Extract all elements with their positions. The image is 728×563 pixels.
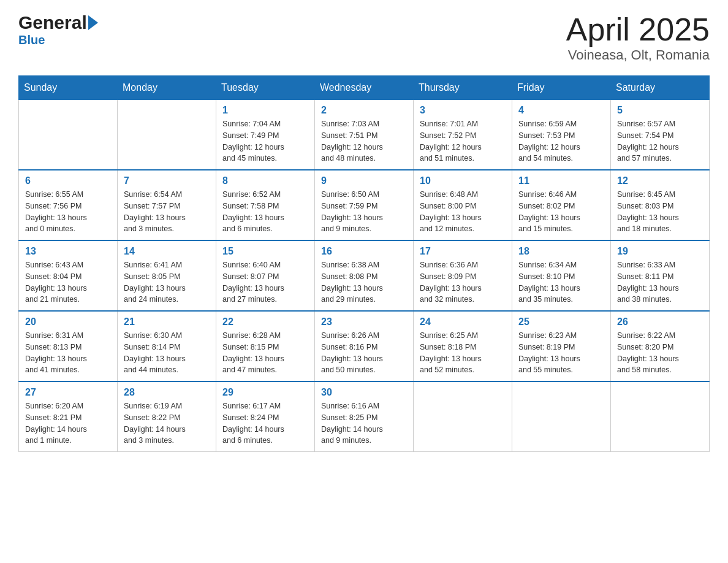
day-info: Sunrise: 7:01 AM Sunset: 7:52 PM Dayligh… bbox=[420, 118, 506, 164]
table-row: 5Sunrise: 6:57 AM Sunset: 7:54 PM Daylig… bbox=[611, 100, 710, 170]
table-row: 21Sunrise: 6:30 AM Sunset: 8:14 PM Dayli… bbox=[118, 311, 216, 381]
day-number: 27 bbox=[25, 387, 111, 398]
day-number: 14 bbox=[124, 246, 210, 257]
table-row bbox=[611, 381, 710, 452]
logo-triangle-icon bbox=[88, 15, 98, 30]
col-tuesday: Tuesday bbox=[216, 76, 315, 100]
day-number: 10 bbox=[420, 175, 506, 186]
day-number: 20 bbox=[25, 316, 111, 327]
day-number: 30 bbox=[321, 387, 407, 398]
day-info: Sunrise: 7:03 AM Sunset: 7:51 PM Dayligh… bbox=[321, 118, 407, 164]
day-number: 13 bbox=[25, 246, 111, 257]
day-info: Sunrise: 6:33 AM Sunset: 8:11 PM Dayligh… bbox=[617, 259, 703, 305]
table-row bbox=[118, 100, 216, 170]
day-number: 22 bbox=[222, 316, 308, 327]
table-row: 8Sunrise: 6:52 AM Sunset: 7:58 PM Daylig… bbox=[216, 170, 315, 240]
day-number: 15 bbox=[222, 246, 308, 257]
logo-blue: Blue bbox=[18, 33, 45, 47]
day-info: Sunrise: 6:52 AM Sunset: 7:58 PM Dayligh… bbox=[222, 189, 308, 235]
day-info: Sunrise: 6:30 AM Sunset: 8:14 PM Dayligh… bbox=[124, 330, 210, 376]
table-row: 13Sunrise: 6:43 AM Sunset: 8:04 PM Dayli… bbox=[19, 240, 118, 311]
day-number: 21 bbox=[124, 316, 210, 327]
day-info: Sunrise: 7:04 AM Sunset: 7:49 PM Dayligh… bbox=[222, 118, 308, 164]
title-block: April 2025 Voineasa, Olt, Romania bbox=[566, 12, 710, 63]
col-sunday: Sunday bbox=[19, 76, 118, 100]
day-number: 11 bbox=[518, 175, 604, 186]
day-number: 17 bbox=[420, 246, 506, 257]
day-number: 23 bbox=[321, 316, 407, 327]
table-row: 9Sunrise: 6:50 AM Sunset: 7:59 PM Daylig… bbox=[315, 170, 414, 240]
day-number: 29 bbox=[222, 387, 308, 398]
table-row: 18Sunrise: 6:34 AM Sunset: 8:10 PM Dayli… bbox=[512, 240, 611, 311]
table-row: 4Sunrise: 6:59 AM Sunset: 7:53 PM Daylig… bbox=[512, 100, 611, 170]
day-info: Sunrise: 6:16 AM Sunset: 8:25 PM Dayligh… bbox=[321, 400, 407, 446]
table-row: 30Sunrise: 6:16 AM Sunset: 8:25 PM Dayli… bbox=[315, 381, 414, 452]
day-info: Sunrise: 6:43 AM Sunset: 8:04 PM Dayligh… bbox=[25, 259, 111, 305]
col-saturday: Saturday bbox=[611, 76, 710, 100]
table-row: 15Sunrise: 6:40 AM Sunset: 8:07 PM Dayli… bbox=[216, 240, 315, 311]
table-row: 14Sunrise: 6:41 AM Sunset: 8:05 PM Dayli… bbox=[118, 240, 216, 311]
day-info: Sunrise: 6:59 AM Sunset: 7:53 PM Dayligh… bbox=[518, 118, 604, 164]
day-number: 6 bbox=[25, 175, 111, 186]
calendar-title: April 2025 bbox=[566, 12, 710, 47]
day-number: 1 bbox=[222, 105, 308, 116]
table-row: 17Sunrise: 6:36 AM Sunset: 8:09 PM Dayli… bbox=[414, 240, 512, 311]
day-info: Sunrise: 6:41 AM Sunset: 8:05 PM Dayligh… bbox=[124, 259, 210, 305]
day-info: Sunrise: 6:34 AM Sunset: 8:10 PM Dayligh… bbox=[518, 259, 604, 305]
day-number: 9 bbox=[321, 175, 407, 186]
day-number: 2 bbox=[321, 105, 407, 116]
day-info: Sunrise: 6:22 AM Sunset: 8:20 PM Dayligh… bbox=[617, 330, 703, 376]
calendar-week-row: 20Sunrise: 6:31 AM Sunset: 8:13 PM Dayli… bbox=[19, 311, 710, 381]
day-number: 3 bbox=[420, 105, 506, 116]
table-row: 29Sunrise: 6:17 AM Sunset: 8:24 PM Dayli… bbox=[216, 381, 315, 452]
table-row: 24Sunrise: 6:25 AM Sunset: 8:18 PM Dayli… bbox=[414, 311, 512, 381]
table-row: 25Sunrise: 6:23 AM Sunset: 8:19 PM Dayli… bbox=[512, 311, 611, 381]
day-number: 26 bbox=[617, 316, 703, 327]
day-number: 19 bbox=[617, 246, 703, 257]
logo-general: General bbox=[18, 12, 87, 33]
table-row: 19Sunrise: 6:33 AM Sunset: 8:11 PM Dayli… bbox=[611, 240, 710, 311]
col-wednesday: Wednesday bbox=[315, 76, 414, 100]
table-row: 28Sunrise: 6:19 AM Sunset: 8:22 PM Dayli… bbox=[118, 381, 216, 452]
day-info: Sunrise: 6:50 AM Sunset: 7:59 PM Dayligh… bbox=[321, 189, 407, 235]
day-info: Sunrise: 6:36 AM Sunset: 8:09 PM Dayligh… bbox=[420, 259, 506, 305]
logo: General Blue bbox=[18, 12, 98, 47]
day-info: Sunrise: 6:38 AM Sunset: 8:08 PM Dayligh… bbox=[321, 259, 407, 305]
day-number: 25 bbox=[518, 316, 604, 327]
day-info: Sunrise: 6:19 AM Sunset: 8:22 PM Dayligh… bbox=[124, 400, 210, 446]
table-row: 2Sunrise: 7:03 AM Sunset: 7:51 PM Daylig… bbox=[315, 100, 414, 170]
table-row: 22Sunrise: 6:28 AM Sunset: 8:15 PM Dayli… bbox=[216, 311, 315, 381]
day-info: Sunrise: 6:28 AM Sunset: 8:15 PM Dayligh… bbox=[222, 330, 308, 376]
table-row: 10Sunrise: 6:48 AM Sunset: 8:00 PM Dayli… bbox=[414, 170, 512, 240]
day-number: 7 bbox=[124, 175, 210, 186]
day-info: Sunrise: 6:46 AM Sunset: 8:02 PM Dayligh… bbox=[518, 189, 604, 235]
table-row: 12Sunrise: 6:45 AM Sunset: 8:03 PM Dayli… bbox=[611, 170, 710, 240]
day-number: 28 bbox=[124, 387, 210, 398]
table-row: 6Sunrise: 6:55 AM Sunset: 7:56 PM Daylig… bbox=[19, 170, 118, 240]
day-number: 5 bbox=[617, 105, 703, 116]
calendar-table: Sunday Monday Tuesday Wednesday Thursday… bbox=[18, 75, 710, 452]
calendar-week-row: 27Sunrise: 6:20 AM Sunset: 8:21 PM Dayli… bbox=[19, 381, 710, 452]
page-header: General Blue April 2025 Voineasa, Olt, R… bbox=[18, 12, 710, 63]
day-info: Sunrise: 6:31 AM Sunset: 8:13 PM Dayligh… bbox=[25, 330, 111, 376]
day-info: Sunrise: 6:55 AM Sunset: 7:56 PM Dayligh… bbox=[25, 189, 111, 235]
table-row: 26Sunrise: 6:22 AM Sunset: 8:20 PM Dayli… bbox=[611, 311, 710, 381]
calendar-week-row: 1Sunrise: 7:04 AM Sunset: 7:49 PM Daylig… bbox=[19, 100, 710, 170]
table-row bbox=[512, 381, 611, 452]
table-row: 27Sunrise: 6:20 AM Sunset: 8:21 PM Dayli… bbox=[19, 381, 118, 452]
day-info: Sunrise: 6:26 AM Sunset: 8:16 PM Dayligh… bbox=[321, 330, 407, 376]
day-info: Sunrise: 6:25 AM Sunset: 8:18 PM Dayligh… bbox=[420, 330, 506, 376]
calendar-week-row: 6Sunrise: 6:55 AM Sunset: 7:56 PM Daylig… bbox=[19, 170, 710, 240]
day-info: Sunrise: 6:48 AM Sunset: 8:00 PM Dayligh… bbox=[420, 189, 506, 235]
day-info: Sunrise: 6:40 AM Sunset: 8:07 PM Dayligh… bbox=[222, 259, 308, 305]
calendar-week-row: 13Sunrise: 6:43 AM Sunset: 8:04 PM Dayli… bbox=[19, 240, 710, 311]
table-row: 20Sunrise: 6:31 AM Sunset: 8:13 PM Dayli… bbox=[19, 311, 118, 381]
day-number: 24 bbox=[420, 316, 506, 327]
table-row: 23Sunrise: 6:26 AM Sunset: 8:16 PM Dayli… bbox=[315, 311, 414, 381]
day-info: Sunrise: 6:57 AM Sunset: 7:54 PM Dayligh… bbox=[617, 118, 703, 164]
table-row: 7Sunrise: 6:54 AM Sunset: 7:57 PM Daylig… bbox=[118, 170, 216, 240]
calendar-subtitle: Voineasa, Olt, Romania bbox=[566, 47, 710, 63]
table-row bbox=[19, 100, 118, 170]
table-row: 16Sunrise: 6:38 AM Sunset: 8:08 PM Dayli… bbox=[315, 240, 414, 311]
col-monday: Monday bbox=[118, 76, 216, 100]
